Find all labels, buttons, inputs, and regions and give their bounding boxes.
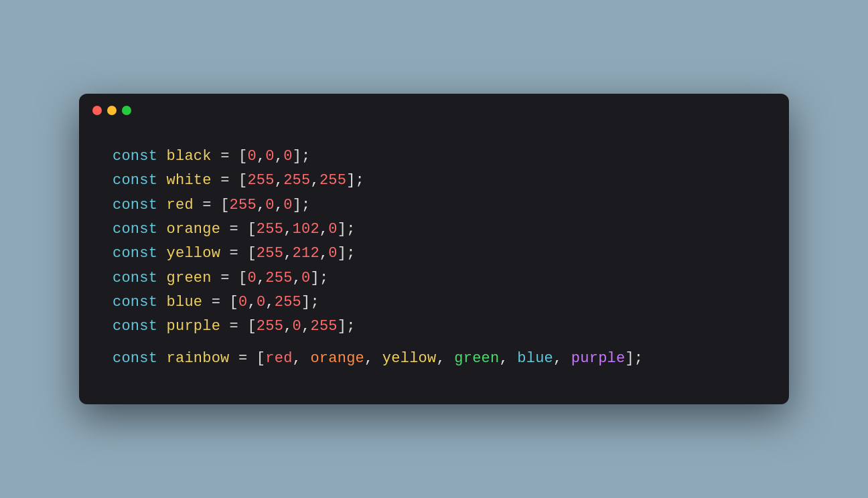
title-bar — [79, 94, 789, 124]
close-button[interactable] — [92, 106, 102, 115]
code-window: const black = [0,0,0]; const white = [25… — [79, 94, 789, 404]
code-line-red: const red = [255,0,0]; — [113, 193, 755, 218]
code-line-yellow: const yellow = [255,212,0]; — [113, 242, 755, 266]
code-line-black: const black = [0,0,0]; — [113, 145, 755, 169]
minimize-button[interactable] — [107, 106, 117, 115]
code-editor: const black = [0,0,0]; const white = [25… — [79, 124, 789, 404]
code-line-blue: const blue = [0,0,255]; — [113, 290, 755, 315]
maximize-button[interactable] — [122, 106, 131, 115]
blank-line — [113, 339, 755, 347]
code-line-purple: const purple = [255,0,255]; — [113, 315, 755, 339]
code-line-orange: const orange = [255,102,0]; — [113, 218, 755, 242]
code-line-rainbow: const rainbow = [red, orange, yellow, gr… — [113, 347, 755, 371]
code-line-green: const green = [0,255,0]; — [113, 266, 755, 290]
code-line-white: const white = [255,255,255]; — [113, 169, 755, 193]
